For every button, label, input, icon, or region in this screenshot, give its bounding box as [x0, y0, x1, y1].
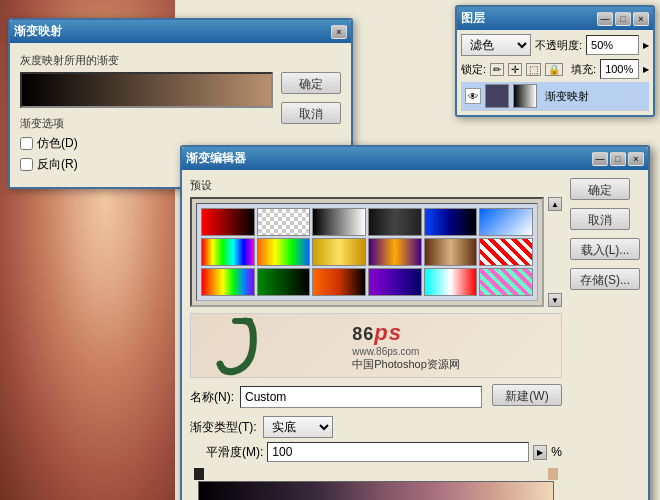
preset-swatch-swatch14[interactable]: [257, 268, 311, 296]
preset-swatch-swatch9[interactable]: [312, 238, 366, 266]
preset-swatch-swatch4[interactable]: [368, 208, 422, 236]
preset-swatch-swatch1[interactable]: [201, 208, 255, 236]
lock-icon-normal[interactable]: ✏: [490, 63, 504, 76]
grad-map-controls: ×: [331, 25, 347, 39]
preset-scroll-down[interactable]: ▼: [548, 293, 562, 307]
lock-icon-all[interactable]: 🔒: [545, 63, 563, 76]
grad-map-section-label: 灰度映射所用的渐变: [20, 53, 341, 68]
layers-controls: — □ ×: [597, 12, 649, 26]
preset-scroll-up[interactable]: ▲: [548, 197, 562, 211]
grad-editor-max-btn[interactable]: □: [610, 152, 626, 166]
name-label: 名称(N):: [190, 389, 234, 406]
preset-swatch-swatch13[interactable]: [201, 268, 255, 296]
reverse-checkbox[interactable]: [20, 158, 33, 171]
preset-swatch-swatch18[interactable]: [479, 268, 533, 296]
grad-map-title: 渐变映射: [14, 23, 62, 40]
dither-checkbox[interactable]: [20, 137, 33, 150]
watermark-site: 中国Photoshop资源网: [352, 357, 460, 372]
lock-icon-image[interactable]: ⬚: [526, 63, 541, 76]
grad-editor-buttons: 确定 取消 载入(L)... 存储(S)...: [570, 178, 640, 500]
name-input[interactable]: [240, 386, 482, 408]
preset-swatch-swatch2[interactable]: [257, 208, 311, 236]
grad-map-titlebar[interactable]: 渐变映射 ×: [10, 20, 351, 43]
grad-options-label: 渐变选项: [20, 116, 273, 131]
layer-name: 渐变映射: [545, 89, 589, 104]
smooth-arrow-btn[interactable]: ▶: [533, 445, 547, 460]
grad-editor-cancel-btn[interactable]: 取消: [570, 208, 630, 230]
preset-swatch-swatch17[interactable]: [424, 268, 478, 296]
preset-swatch-swatch6[interactable]: [479, 208, 533, 236]
preset-swatch-swatch3[interactable]: [312, 208, 366, 236]
layers-panel: 图层 — □ × 滤色 不透明度: ▶ 锁定: ✏ ✛ ⬚ 🔒 填充: ▶: [455, 5, 655, 117]
reverse-label: 反向(R): [37, 156, 78, 173]
smooth-input[interactable]: [267, 442, 529, 462]
grad-editor-title: 渐变编辑器: [186, 150, 246, 167]
grad-map-ok-btn[interactable]: 确定: [281, 72, 341, 94]
lock-icon-move[interactable]: ✛: [508, 63, 522, 76]
preset-panel: [190, 197, 544, 307]
layer-visibility-icon[interactable]: 👁: [465, 88, 481, 104]
layers-title: 图层: [461, 10, 485, 27]
preset-swatch-swatch8[interactable]: [257, 238, 311, 266]
layers-max-btn[interactable]: □: [615, 12, 631, 26]
grad-bar-container: [194, 468, 558, 500]
layers-min-btn[interactable]: —: [597, 12, 613, 26]
layers-titlebar[interactable]: 图层 — □ ×: [457, 7, 653, 30]
opacity-input[interactable]: [586, 35, 639, 55]
lock-label: 锁定:: [461, 62, 486, 77]
preset-swatch-swatch5[interactable]: [424, 208, 478, 236]
grad-map-preview[interactable]: [20, 72, 273, 108]
top-markers: [194, 468, 558, 480]
layer-thumb-gradient: [485, 84, 509, 108]
smooth-unit: %: [551, 445, 562, 459]
dither-label: 仿色(D): [37, 135, 78, 152]
fill-label: 填充:: [571, 62, 596, 77]
type-label: 渐变类型(T):: [190, 419, 257, 436]
preset-grid: [196, 203, 538, 301]
color-stop-right-top[interactable]: [548, 468, 558, 480]
grad-editor-load-btn[interactable]: 载入(L)...: [570, 238, 640, 260]
layer-row[interactable]: 👁 渐变映射: [461, 82, 649, 111]
grad-editor-save-btn[interactable]: 存储(S)...: [570, 268, 640, 290]
grad-editor-titlebar[interactable]: 渐变编辑器 — □ ×: [182, 147, 648, 170]
preset-swatch-swatch11[interactable]: [424, 238, 478, 266]
layer-thumb-mask: [513, 84, 537, 108]
grad-editor-ok-btn[interactable]: 确定: [570, 178, 630, 200]
gradient-bar[interactable]: [198, 481, 554, 500]
fill-input[interactable]: [600, 59, 639, 79]
name-row: 名称(N): 新建(W): [190, 384, 562, 410]
color-stop-left-top[interactable]: [194, 468, 204, 480]
smooth-label: 平滑度(M):: [206, 444, 263, 461]
opacity-arrow[interactable]: ▶: [643, 41, 649, 50]
grad-editor-new-btn[interactable]: 新建(W): [492, 384, 562, 406]
watermark-logo: 86ps: [352, 320, 460, 346]
gradient-editor-window: 渐变编辑器 — □ × 预设 ▲ ▼: [180, 145, 650, 500]
preset-label: 预设: [190, 178, 562, 193]
grad-map-close-btn[interactable]: ×: [331, 25, 347, 39]
grad-editor-min-btn[interactable]: —: [592, 152, 608, 166]
preset-swatch-swatch16[interactable]: [368, 268, 422, 296]
blend-mode-select[interactable]: 滤色: [461, 34, 531, 56]
preset-swatch-swatch7[interactable]: [201, 238, 255, 266]
preset-swatch-swatch12[interactable]: [479, 238, 533, 266]
watermark-url: www.86ps.com: [352, 346, 460, 357]
layers-close-btn[interactable]: ×: [633, 12, 649, 26]
grad-map-cancel-btn[interactable]: 取消: [281, 102, 341, 124]
grad-editor-close-btn[interactable]: ×: [628, 152, 644, 166]
preset-swatch-swatch15[interactable]: [312, 268, 366, 296]
fill-arrow[interactable]: ▶: [643, 65, 649, 74]
type-row: 渐变类型(T): 实底: [190, 416, 562, 438]
grad-editor-controls: — □ ×: [592, 152, 644, 166]
smooth-row: 平滑度(M): ▶ %: [190, 442, 562, 462]
preset-swatch-swatch10[interactable]: [368, 238, 422, 266]
opacity-label: 不透明度:: [535, 38, 582, 53]
type-select[interactable]: 实底: [263, 416, 333, 438]
watermark-area: 86ps www.86ps.com 中国Photoshop资源网: [190, 313, 562, 378]
